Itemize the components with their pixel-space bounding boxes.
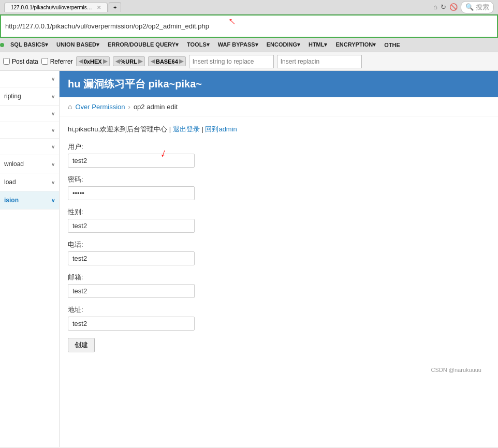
- password-label: 密码:: [68, 175, 490, 184]
- site-title: hu 漏洞练习平台 pika~pika~: [68, 78, 202, 89]
- hex-label: 0xHEX: [84, 58, 102, 65]
- sidebar-item-5[interactable]: ∨: [0, 139, 59, 155]
- phone-field-group: 电话:: [68, 240, 490, 265]
- arrow-right-base64: ▶: [179, 58, 183, 65]
- sidebar-item-1[interactable]: ∨: [0, 71, 59, 87]
- password-field-group: 密码:: [68, 175, 490, 200]
- chevron-down-icon-3: ∨: [51, 111, 55, 116]
- main-content: ∨ ripting ∨ ∨ ∨ ∨ wnload ∨ load ∨ ision …: [0, 71, 498, 447]
- insert-replacing-input[interactable]: [277, 55, 362, 68]
- base64-label: BASE64: [156, 58, 178, 65]
- chevron-down-icon-5: ∨: [51, 144, 55, 150]
- page-footer: CSDN @narukuuuu: [68, 363, 490, 377]
- email-label: 邮箱:: [68, 273, 490, 282]
- chevron-down-icon-4: ∨: [51, 127, 55, 133]
- nav-sql-basics-label: SQL BASICS▾: [10, 41, 48, 48]
- site-header: hu 漏洞练习平台 pika~pika~: [60, 71, 498, 97]
- url-display[interactable]: http://127.0.0.1/pikachu/vul/overpermiss…: [5, 22, 209, 30]
- footer-text: CSDN @narukuuuu: [431, 367, 481, 373]
- search-icon: 🔍: [465, 3, 474, 11]
- post-data-checkbox[interactable]: [3, 58, 10, 65]
- page-area: hu 漏洞练习平台 pika~pika~ ⌂ Over Permission ›…: [60, 71, 498, 447]
- gender-input[interactable]: [68, 219, 195, 233]
- browser-tab-bar: 127.0.0.1/pikachu/vul/overpermission/op2…: [0, 0, 498, 14]
- sidebar-item-scripting[interactable]: ripting ∨: [0, 87, 59, 106]
- logout-link[interactable]: 退出登录: [173, 125, 200, 133]
- nav-union-based[interactable]: UNION BASED▾: [52, 39, 104, 50]
- email-input[interactable]: [68, 284, 195, 298]
- gender-field-group: 性别:: [68, 207, 490, 233]
- arrow-left-url: ◀: [115, 58, 120, 65]
- red-arrow-url: ↑: [225, 14, 238, 28]
- gender-label: 性别:: [68, 207, 490, 217]
- tab-area: 127.0.0.1/pikachu/vul/overpermission/op2…: [4, 2, 121, 12]
- welcome-text: hi,pikachu,欢迎来到后台管理中心 |: [68, 125, 173, 133]
- nav-sql-basics[interactable]: SQL BASICS▾: [6, 39, 52, 50]
- browser-search-box[interactable]: 🔍 搜索: [461, 1, 494, 13]
- second-toolbar: Post data Referrer ◀ 0xHEX ▶ ◀ %URL ▶ ◀ …: [0, 52, 498, 71]
- reload-icon[interactable]: ↻: [441, 3, 446, 11]
- browser-controls: ⌂ ↻ 🚫 🔍 搜索: [433, 1, 494, 13]
- new-tab-button[interactable]: +: [109, 2, 121, 12]
- home-icon: ⌂: [68, 102, 72, 111]
- email-field-group: 邮箱:: [68, 273, 490, 298]
- form-area: hi,pikachu,欢迎来到后台管理中心 | 退出登录 | 回到admin ↑…: [60, 116, 498, 385]
- user-input[interactable]: [68, 154, 195, 168]
- nav-tools-label: TOOLS▾: [187, 41, 210, 48]
- referrer-item: Referrer: [41, 58, 73, 65]
- url-label: %URL: [121, 58, 137, 65]
- active-tab[interactable]: 127.0.0.1/pikachu/vul/overpermission/op2…: [4, 3, 108, 12]
- nav-union-based-label: UNION BASED▾: [56, 41, 99, 48]
- arrow-right-hex: ▶: [103, 58, 107, 65]
- chevron-down-icon-2: ∨: [51, 94, 55, 99]
- base64-encode-btn[interactable]: ◀ BASE64 ▶: [148, 56, 186, 66]
- status-dot: [0, 43, 4, 47]
- breadcrumb-separator: ›: [128, 103, 130, 111]
- tab-title: 127.0.0.1/pikachu/vul/overpermission/op2…: [11, 5, 94, 10]
- nav-waf-bypass[interactable]: WAF BYPASS▾: [214, 39, 262, 50]
- home-icon[interactable]: ⌂: [433, 3, 437, 11]
- url-bar-area: http://127.0.0.1/pikachu/vul/overpermiss…: [0, 14, 498, 38]
- sidebar-item-upload[interactable]: load ∨: [0, 173, 59, 191]
- search-placeholder: 搜索: [476, 3, 489, 12]
- chevron-down-icon-8: ∨: [51, 198, 55, 203]
- sidebar-item-download[interactable]: wnload ∨: [0, 155, 59, 173]
- arrow-left-hex: ◀: [79, 58, 83, 65]
- tab-close[interactable]: ✕: [97, 5, 101, 10]
- nav-other[interactable]: OTHE: [380, 40, 404, 50]
- sidebar-item-overpermission-label: ision: [4, 197, 19, 204]
- back-admin-link[interactable]: 回到admin: [205, 125, 237, 133]
- hex-encode-btn[interactable]: ◀ 0xHEX ▶: [76, 56, 110, 66]
- arrow-left-base64: ◀: [151, 58, 155, 65]
- sidebar-item-scripting-label: ripting: [4, 93, 21, 100]
- chevron-down-icon-7: ∨: [51, 180, 55, 185]
- sidebar-item-download-label: wnload: [4, 160, 24, 168]
- post-data-label: Post data: [12, 58, 38, 65]
- insert-string-input[interactable]: [189, 55, 274, 68]
- password-input[interactable]: [68, 186, 195, 200]
- nav-encryption[interactable]: ENCRYPTION▾: [332, 39, 380, 50]
- address-input[interactable]: [68, 317, 195, 331]
- nav-error-double[interactable]: ERROR/DOUBLE QUERY▾: [104, 39, 183, 50]
- nav-error-double-label: ERROR/DOUBLE QUERY▾: [108, 41, 179, 48]
- sidebar-item-4[interactable]: ∨: [0, 122, 59, 139]
- address-field-group: 地址:: [68, 305, 490, 331]
- sidebar-item-3[interactable]: ∨: [0, 106, 59, 122]
- submit-button[interactable]: 创建: [68, 338, 95, 352]
- sidebar-item-upload-label: load: [4, 178, 16, 186]
- phone-input[interactable]: [68, 251, 195, 265]
- nav-other-label: OTHE: [384, 42, 400, 48]
- nav-html[interactable]: HTML▾: [304, 39, 332, 50]
- nav-waf-bypass-label: WAF BYPASS▾: [218, 41, 258, 48]
- nav-encoding[interactable]: ENCODING▾: [262, 39, 304, 50]
- submit-group: 创建: [68, 338, 490, 352]
- referrer-checkbox[interactable]: [41, 58, 48, 65]
- url-encode-btn[interactable]: ◀ %URL ▶: [113, 56, 145, 66]
- post-data-item: Post data: [3, 58, 38, 65]
- address-label: 地址:: [68, 305, 490, 315]
- sidebar-item-overpermission[interactable]: ision ∨: [0, 191, 59, 210]
- welcome-message: hi,pikachu,欢迎来到后台管理中心 | 退出登录 | 回到admin: [68, 125, 490, 134]
- breadcrumb-over-permission[interactable]: Over Permission: [75, 103, 125, 111]
- nav-encoding-label: ENCODING▾: [267, 41, 300, 48]
- nav-tools[interactable]: TOOLS▾: [183, 39, 214, 50]
